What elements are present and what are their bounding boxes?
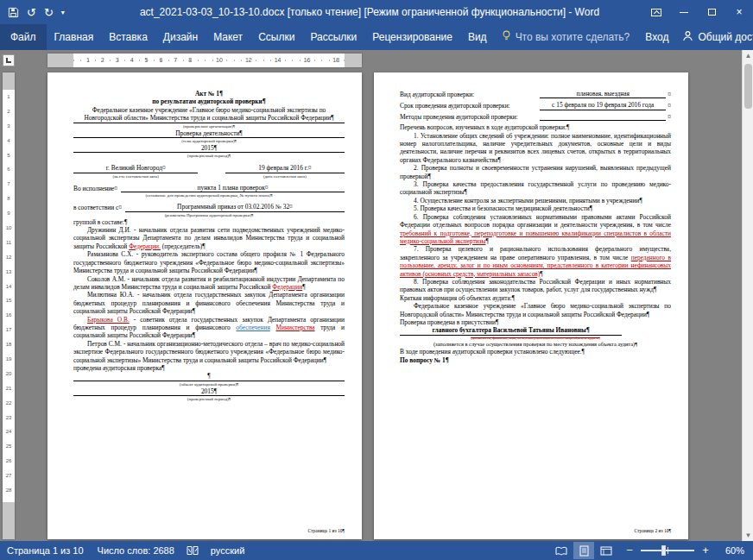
sign-in-button[interactable]: Вход (636, 31, 677, 43)
vertical-scrollbar[interactable]: ▲ ▼ (742, 50, 753, 541)
place-date-row: г. Великий Новгород¤ 19 февраля 2016 г.¤ (73, 164, 345, 173)
field-audit-methods: Методы проведения аудиторской проверки: … (400, 113, 671, 121)
question-item-5: 5. Проверка качества и безопасности меди… (400, 204, 671, 212)
tab-view[interactable]: Вид (460, 24, 495, 50)
field-audit-type: Вид аудиторской проверки: плановая, выез… (400, 90, 671, 98)
place-field: г. Великий Новгород¤ (73, 164, 198, 173)
doc-title-line2: по результатам аудиторской проверки¶ (73, 98, 345, 105)
read-mode-button[interactable] (551, 542, 572, 559)
web-layout-button[interactable] (596, 542, 617, 559)
window-controls: × (642, 0, 753, 24)
member-paragraph-1: Дружинин Д.И. - начальник отдела развити… (73, 226, 345, 250)
tab-design[interactable]: Дизайн (155, 24, 206, 50)
group-label: группой в составе:¶ (73, 218, 345, 226)
question-item-4: 4. Осуществление контроля за экспертными… (400, 197, 671, 204)
execution-value: пункта 1 плана проверок¤ (121, 184, 345, 192)
vertical-ruler[interactable]: 1234567891011121314151617181920212223242… (3, 72, 15, 539)
audit-object-caption: (объект аудиторской проверки)¶ (73, 381, 345, 387)
status-language[interactable]: русский (204, 541, 251, 560)
question-item-8: 8. Проверка соблюдения законодательства … (400, 278, 671, 294)
tab-file[interactable]: Файл (0, 24, 47, 50)
brief-info-text: Федеральное казенное учреждение «Главное… (400, 302, 671, 318)
tab-mailings[interactable]: Рассылки (302, 24, 364, 50)
place-date-captions: (место составления акта) (дата составлен… (73, 173, 345, 179)
date-field: 19 февраля 2016 г.¤ (225, 164, 345, 173)
accordance-label: в соответствии с¤ (73, 204, 125, 211)
audit-object-field: ¶ (73, 372, 345, 381)
tab-layout[interactable]: Макет (206, 24, 250, 50)
scroll-down-icon[interactable]: ▼ (743, 530, 753, 541)
undo-icon[interactable]: ↺ (27, 7, 36, 18)
conducted-label: проведена аудиторская проверка¶ (73, 364, 345, 372)
questions-heading: Перечень вопросов, изученных в ходе ауди… (400, 123, 671, 131)
execution-label: Во исполнение¤ (73, 185, 121, 192)
zoom-in-button[interactable]: + (699, 542, 712, 559)
activity-field: Проверка деятельности¶ (73, 129, 345, 138)
doc-title-line1: Акт № 1¶ (73, 90, 345, 98)
tab-review[interactable]: Рецензирование (364, 24, 460, 50)
zoom-slider[interactable] (641, 550, 694, 551)
ribbon-display-options-button[interactable] (642, 0, 670, 24)
question-item-3: 3. Проверка качества предоставления госу… (400, 180, 671, 197)
brief-info-heading: Краткая информация об объектах аудита:¶ (400, 294, 671, 302)
status-word-count[interactable]: Число слов: 2688 (91, 541, 181, 560)
accordance-caption: (реквизиты Программы аудиторской проверк… (73, 212, 345, 218)
page1-footer: Страница 1 из 10¶ (307, 528, 345, 533)
view-switcher (551, 542, 617, 559)
qat-dropdown-icon[interactable]: ▾ (61, 7, 65, 18)
share-label: Общий доступ (698, 31, 753, 43)
horizontal-ruler-numbers: 123456781012141618 (73, 53, 345, 67)
tell-me-label: Что вы хотите сделать? (516, 31, 630, 43)
zoom-slider-thumb[interactable] (661, 545, 666, 556)
member-paragraph-6: Петров С.М. - начальник организационно-м… (73, 340, 345, 364)
zoom-level[interactable]: 60% (717, 545, 744, 556)
tell-me-box[interactable]: Что вы хотите сделать? (495, 30, 637, 44)
period-field: 2015¶ (73, 144, 345, 153)
execution-caption: (основание для проведения аудиторской пр… (73, 192, 345, 198)
share-button[interactable]: Общий доступ (677, 30, 753, 44)
org-caption: (проверяемая организация)¶ (73, 123, 345, 129)
question-item-7: 7. Проверка целевого и рационального исп… (400, 245, 671, 278)
minimize-button[interactable] (670, 0, 698, 24)
question-item-2: 2. Проверка полноты и своевременности ус… (400, 164, 671, 180)
maximize-button[interactable] (698, 0, 725, 24)
proofing-status-icon[interactable] (181, 541, 204, 560)
question-item-6: 6. Проверка соблюдения установленных нор… (400, 213, 671, 246)
accordance-value: Программный приказ от 03.02.2016 № 32¤ (125, 203, 345, 211)
zoom-out-button[interactable]: − (623, 542, 636, 559)
scroll-up-icon[interactable]: ▲ (743, 50, 753, 61)
scrollbar-thumb[interactable] (744, 64, 752, 109)
member-paragraph-4: Милютина Ю.А. - начальник отдела государ… (73, 291, 345, 315)
close-button[interactable]: × (725, 0, 753, 24)
save-icon[interactable] (8, 7, 19, 18)
horizontal-ruler[interactable]: 123456781012141618 (47, 53, 362, 67)
document-page-1[interactable]: Акт № 1¶ по результатам аудиторской пров… (47, 72, 362, 539)
period-caption: (проверяемый период)¶ (73, 153, 345, 159)
lightbulb-icon (502, 30, 511, 44)
tab-insert[interactable]: Вставка (101, 24, 155, 50)
member-paragraph-2: Рамазанова С.Х. - руководитель экспертно… (73, 250, 345, 274)
status-bar: Страница 1 из 10 Число слов: 2688 русски… (0, 541, 753, 560)
document-canvas: 123456781012141618 123456789101112131415… (0, 50, 753, 541)
redo-icon[interactable]: ↻ (44, 7, 54, 18)
tab-references[interactable]: Ссылки (250, 24, 302, 50)
print-layout-button[interactable] (573, 542, 594, 559)
window-title: act_2021-03-03_10-13-10.docx [только чте… (97, 6, 642, 18)
findings-intro: В ходе проведения аудиторской проверки у… (400, 348, 671, 356)
document-page-2[interactable]: Вид аудиторской проверки: плановая, выез… (374, 72, 688, 539)
word-window: ↺ ↻ ▾ act_2021-03-03_10-13-10.docx [толь… (0, 0, 753, 560)
ribbon-tab-row: Файл Главная Вставка Дизайн Макет Ссылки… (0, 24, 753, 50)
title-bar: ↺ ↻ ▾ act_2021-03-03_10-13-10.docx [толь… (0, 0, 753, 24)
zoom-controls: − + 60% (623, 542, 753, 559)
member-paragraph-3: Соколов А.М. - начальник отдела развития… (73, 275, 345, 292)
member-paragraph-5: Барыкова О.В. - советник отдела государс… (73, 316, 345, 340)
fill-note: (заполняется в случае осуществления пров… (400, 341, 671, 349)
activity-caption: (тема аудиторской проверки)¶ (73, 138, 345, 144)
tab-stop-selector[interactable] (3, 54, 15, 66)
status-page-info[interactable]: Страница 1 из 10 (0, 541, 91, 560)
attendee-name: главного бухгалтера Васильевой Татьяны И… (400, 326, 622, 335)
tab-home[interactable]: Главная (47, 24, 102, 50)
vertical-ruler-numbers: 1234567891011121314151617181920212223242… (3, 90, 15, 498)
period2-caption: (проверяемый период)¶ (73, 396, 345, 402)
question1-heading: По вопросу № 1¶ (400, 356, 671, 364)
